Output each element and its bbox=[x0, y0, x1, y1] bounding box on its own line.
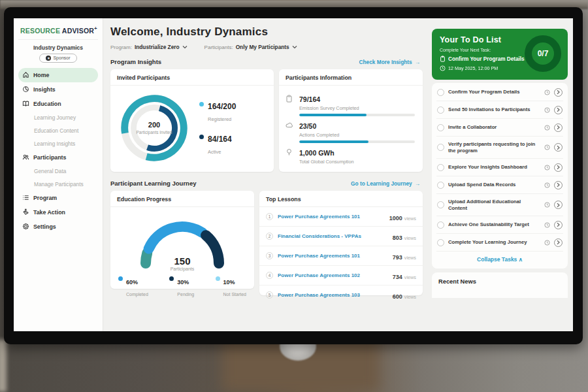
lesson-row[interactable]: 3 Power Purchase Agreements 101 793views bbox=[259, 246, 423, 266]
task-item[interactable]: Achieve One Sustainability Target bbox=[436, 216, 563, 234]
task-checkbox[interactable] bbox=[437, 164, 444, 171]
gauge-center-label: Participants bbox=[133, 267, 231, 271]
lesson-link[interactable]: Power Purchase Agreements 102 bbox=[278, 272, 388, 278]
task-item[interactable]: Send 50 Invitations to Participants bbox=[436, 101, 563, 119]
task-label: Invite a Collaborator bbox=[448, 124, 540, 131]
top-lessons-card: Top Lessons 1 Power Purchase Agreements … bbox=[259, 191, 423, 295]
legend-label: Completed bbox=[126, 292, 148, 297]
lesson-views: 600 bbox=[393, 293, 402, 300]
chevron-right-icon[interactable] bbox=[554, 181, 563, 189]
sidebar-item-education[interactable]: Education bbox=[18, 97, 98, 111]
sidebar-item-general-data[interactable]: General Data bbox=[18, 165, 98, 178]
clipboard-icon bbox=[440, 56, 446, 62]
chevron-right-icon[interactable] bbox=[554, 143, 563, 152]
lesson-link[interactable]: Power Purchase Agreements 103 bbox=[278, 292, 388, 298]
gear-icon bbox=[22, 223, 29, 230]
sidebar-item-learning-journey[interactable]: Learning Journey bbox=[18, 111, 98, 124]
task-checkbox[interactable] bbox=[437, 201, 444, 208]
chevron-right-icon[interactable] bbox=[554, 123, 563, 132]
task-label: Verify participants requesting to join t… bbox=[448, 141, 540, 154]
sidebar-item-home[interactable]: Home bbox=[18, 68, 98, 82]
task-checkbox[interactable] bbox=[437, 124, 444, 131]
views-suffix: views bbox=[404, 235, 416, 241]
task-checkbox[interactable] bbox=[437, 144, 444, 151]
lesson-link[interactable]: Financial Considerations - VPPAs bbox=[278, 233, 388, 239]
lesson-row[interactable]: 5 Power Purchase Agreements 103 600views bbox=[259, 286, 423, 304]
todo-title: Your To Do List bbox=[440, 35, 525, 44]
monitor-bezel: RESOURCE ADVISOR+ Industry Dynamics ★ Sp… bbox=[4, 7, 583, 344]
task-label: Explore Your Insights Dashboard bbox=[448, 164, 540, 171]
legend-label: Active bbox=[208, 149, 221, 155]
task-item[interactable]: Verify participants requesting to join t… bbox=[436, 137, 563, 159]
education-progress-card: Education Progress 150 Participants 60%C… bbox=[110, 191, 254, 289]
people-icon bbox=[22, 154, 29, 161]
chevron-right-icon[interactable] bbox=[554, 163, 563, 172]
check-more-insights-link[interactable]: Check More Insights → bbox=[359, 59, 420, 65]
sidebar-item-manage-participants[interactable]: Manage Participants bbox=[18, 178, 98, 191]
lesson-rank: 4 bbox=[266, 272, 273, 279]
task-item[interactable]: Upload Additional Educational Content bbox=[436, 194, 563, 216]
program-value: Industrialize Zero bbox=[135, 44, 180, 50]
metric-value: 1,000 GWh bbox=[299, 149, 335, 157]
task-checkbox[interactable] bbox=[437, 182, 444, 189]
metric-value: 23/50 bbox=[299, 122, 316, 130]
sidebar-item-settings[interactable]: Settings bbox=[18, 220, 98, 234]
task-checkbox[interactable] bbox=[437, 106, 444, 114]
sidebar-item-learning-insights[interactable]: Learning Insights bbox=[18, 137, 98, 150]
task-item[interactable]: Explore Your Insights Dashboard bbox=[436, 159, 563, 176]
clock-icon bbox=[544, 107, 550, 113]
logo-plus: + bbox=[94, 25, 97, 31]
lesson-rank: 3 bbox=[266, 252, 273, 259]
task-item[interactable]: Upload Spend Data Records bbox=[436, 176, 563, 194]
sidebar-item-take-action[interactable]: Take Action bbox=[18, 205, 98, 220]
legend-dot bbox=[118, 276, 123, 281]
chevron-right-icon[interactable] bbox=[554, 106, 563, 114]
clock-icon bbox=[544, 222, 550, 228]
participants-dropdown[interactable]: Participants: Only My Participants bbox=[204, 44, 297, 50]
clock-icon bbox=[544, 90, 550, 95]
chevron-right-icon[interactable] bbox=[554, 201, 563, 209]
clock-icon bbox=[544, 144, 550, 150]
legend-value: 60% bbox=[126, 279, 138, 286]
lesson-row[interactable]: 4 Power Purchase Agreements 102 734views bbox=[259, 266, 423, 286]
program-dropdown[interactable]: Program: Industrialize Zero bbox=[110, 44, 188, 50]
go-to-learning-journey-link[interactable]: Go to Learning Journey → bbox=[351, 180, 420, 187]
filters-row: Program: Industrialize Zero Participants… bbox=[110, 44, 423, 50]
legend-dot bbox=[199, 102, 204, 106]
task-checkbox[interactable] bbox=[437, 89, 444, 96]
clock-icon bbox=[440, 65, 446, 71]
task-checkbox[interactable] bbox=[437, 221, 444, 229]
task-item[interactable]: Invite a Collaborator bbox=[436, 119, 563, 137]
clock-icon bbox=[544, 125, 550, 131]
lesson-views: 803 bbox=[393, 235, 402, 241]
legend-label: Not Started bbox=[223, 292, 246, 297]
lesson-link[interactable]: Power Purchase Agreements 101 bbox=[278, 214, 385, 220]
task-item[interactable]: Complete Your Learning Journey bbox=[436, 234, 563, 252]
sidebar-item-participants[interactable]: Participants bbox=[18, 150, 98, 165]
participants-information-card: Participants Information 79/164 Emission… bbox=[279, 69, 423, 172]
views-suffix: views bbox=[404, 294, 416, 300]
chevron-right-icon[interactable] bbox=[554, 221, 563, 229]
task-item[interactable]: Confirm Your Program Details bbox=[436, 84, 563, 101]
chevron-right-icon[interactable] bbox=[554, 238, 563, 247]
legend-value: 30% bbox=[177, 279, 189, 286]
sidebar-item-education-content[interactable]: Education Content bbox=[18, 124, 98, 137]
lesson-views: 1000 bbox=[389, 215, 402, 221]
card-title: Invited Participants bbox=[110, 69, 274, 86]
legend-label: Registered bbox=[208, 116, 231, 122]
chevron-right-icon[interactable] bbox=[554, 88, 563, 97]
task-checkbox[interactable] bbox=[437, 239, 444, 246]
task-label: Upload Spend Data Records bbox=[448, 182, 540, 188]
lesson-link[interactable]: Power Purchase Agreements 101 bbox=[278, 253, 388, 259]
views-suffix: views bbox=[404, 216, 416, 221]
lesson-row[interactable]: 2 Financial Considerations - VPPAs 803vi… bbox=[259, 227, 423, 246]
todo-panel: Your To Do List Complete Your Next Task:… bbox=[428, 18, 573, 331]
sidebar-item-program[interactable]: Program bbox=[18, 191, 98, 205]
sidebar-item-label: Insights bbox=[33, 86, 56, 93]
sidebar-item-insights[interactable]: Insights bbox=[18, 82, 98, 97]
program-insights-heading: Program Insights bbox=[110, 58, 161, 65]
views-suffix: views bbox=[404, 255, 416, 261]
lesson-row[interactable]: 1 Power Purchase Agreements 101 1000view… bbox=[259, 207, 423, 227]
collapse-tasks-link[interactable]: Collapse Tasks ∧ bbox=[436, 252, 563, 268]
chevron-down-icon bbox=[292, 45, 297, 49]
